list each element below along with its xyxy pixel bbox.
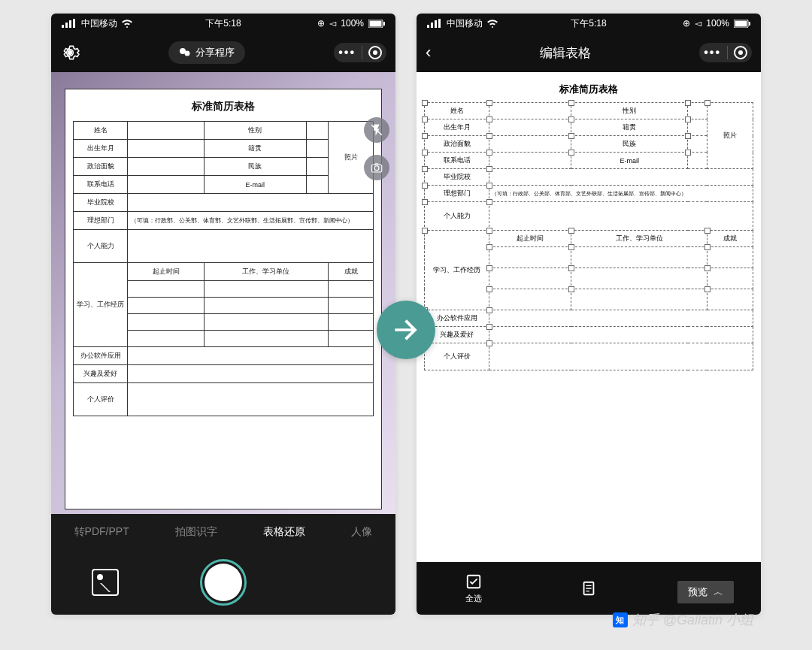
tab-ocr[interactable]: 拍图识字 — [175, 525, 217, 539]
time-label: 下午5:18 — [571, 17, 606, 30]
svg-rect-19 — [749, 22, 750, 26]
phone-camera-view: 中国移动 下午5:18 ⊕ ◅ 100% 分享程序 ••• 标准简历表格 姓名性… — [51, 14, 395, 615]
watermark: 知 知乎 @Gallatin 小组 — [613, 611, 753, 629]
transition-arrow — [377, 301, 435, 359]
preview-button[interactable]: 预览 ︿ — [677, 581, 734, 603]
flash-off-icon — [370, 123, 383, 137]
share-button[interactable]: 分享程序 — [168, 41, 245, 64]
camera-icon — [370, 161, 383, 174]
more-icon[interactable]: ••• — [704, 46, 721, 59]
share-label: 分享程序 — [195, 46, 235, 59]
location-icon: ◅ — [329, 18, 336, 29]
signal-icon — [62, 19, 77, 28]
zhihu-icon: 知 — [613, 612, 628, 627]
svg-point-7 — [68, 50, 73, 56]
close-icon[interactable] — [368, 46, 382, 59]
select-all-label: 全选 — [465, 593, 482, 604]
svg-point-9 — [185, 51, 190, 56]
chevron-up-icon: ︿ — [714, 585, 723, 599]
battery-icon — [734, 20, 750, 28]
status-bar: 中国移动 下午5:18 ⊕ ◅ 100% — [51, 14, 395, 33]
svg-rect-2 — [69, 20, 71, 28]
wifi-icon — [122, 19, 132, 28]
mini-program-capsule[interactable]: ••• — [334, 43, 386, 62]
svg-rect-6 — [383, 22, 385, 26]
svg-rect-15 — [435, 20, 437, 28]
svg-rect-0 — [62, 25, 64, 28]
camera-viewport: 标准简历表格 姓名性别照片 出生年月籍贯 政治面貌民族 联系电话E-mail 毕… — [51, 72, 395, 514]
svg-rect-3 — [73, 19, 75, 28]
editor-title: 编辑表格 — [540, 44, 591, 62]
more-icon[interactable]: ••• — [338, 46, 356, 59]
signal-icon — [427, 19, 442, 28]
shutter-bar — [51, 550, 395, 615]
checkbox-icon — [465, 573, 482, 590]
document-icon — [580, 580, 597, 597]
gear-icon[interactable] — [60, 43, 80, 62]
battery-label: 100% — [706, 18, 729, 29]
carrier-label: 中国移动 — [447, 17, 483, 30]
battery-icon — [368, 20, 385, 28]
wifi-icon — [487, 19, 498, 28]
mini-program-capsule[interactable]: ••• — [699, 43, 752, 62]
back-button[interactable]: ‹ — [426, 43, 431, 62]
editor-canvas[interactable]: 标准简历表格 姓名性别照片 出生年月籍贯 政治面貌民族 联系电话E-mail 毕… — [417, 72, 761, 562]
close-icon[interactable] — [734, 46, 747, 59]
tab-table[interactable]: 表格还原 — [263, 525, 305, 539]
edit-button[interactable] — [580, 580, 597, 597]
doc-title: 标准简历表格 — [73, 100, 374, 113]
svg-rect-5 — [370, 20, 382, 26]
phone-editor-view: 中国移动 下午5:18 ⊕ ◅ 100% ‹ 编辑表格 ••• 标准简历表格 姓… — [417, 14, 761, 615]
scanned-document: 标准简历表格 姓名性别照片 出生年月籍贯 政治面貌民族 联系电话E-mail 毕… — [65, 89, 382, 509]
carrier-label: 中国移动 — [81, 17, 117, 30]
watermark-text: 知乎 @Gallatin 小组 — [632, 611, 753, 629]
tab-pdf[interactable]: 转PDF/PPT — [74, 525, 129, 539]
location-icon: ◅ — [695, 18, 701, 29]
preview-label: 预览 — [688, 585, 707, 599]
svg-rect-13 — [427, 25, 429, 28]
shutter-button[interactable] — [200, 559, 247, 606]
time-label: 下午5:18 — [205, 17, 241, 30]
mode-tabs: 转PDF/PPT 拍图识字 表格还原 人像 — [51, 514, 395, 550]
svg-rect-1 — [65, 23, 68, 28]
switch-camera-button[interactable] — [364, 155, 389, 180]
svg-rect-18 — [735, 20, 747, 26]
top-bar: 分享程序 ••• — [51, 33, 395, 72]
flash-button[interactable] — [364, 117, 389, 143]
editable-table[interactable]: 标准简历表格 姓名性别照片 出生年月籍贯 政治面貌民族 联系电话E-mail 毕… — [424, 83, 753, 370]
svg-rect-16 — [438, 19, 441, 28]
arrow-right-icon — [389, 313, 423, 346]
alarm-icon: ⊕ — [317, 18, 325, 29]
svg-rect-14 — [431, 23, 433, 28]
resume-table: 姓名性别照片 出生年月籍贯 政治面貌民族 联系电话E-mail 毕业院校 理想部… — [73, 121, 374, 416]
battery-label: 100% — [341, 18, 364, 29]
editor-top-bar: ‹ 编辑表格 ••• — [417, 33, 761, 72]
doc-title: 标准简历表格 — [424, 83, 753, 96]
svg-point-12 — [374, 166, 379, 171]
status-bar: 中国移动 下午5:18 ⊕ ◅ 100% — [417, 14, 761, 33]
wechat-icon — [179, 47, 191, 59]
tab-portrait[interactable]: 人像 — [351, 525, 372, 539]
alarm-icon: ⊕ — [683, 18, 690, 29]
gallery-button[interactable] — [92, 569, 119, 596]
select-all-button[interactable]: 全选 — [465, 573, 482, 604]
